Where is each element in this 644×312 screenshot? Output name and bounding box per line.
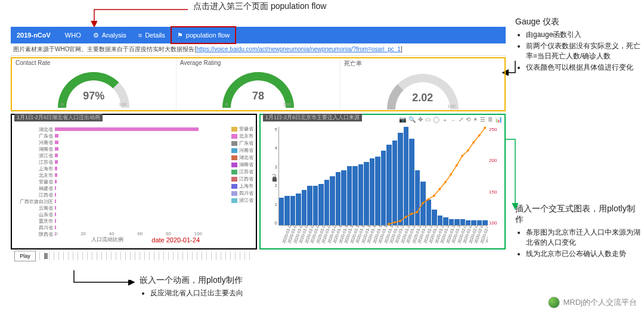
barh-row: 上海市 bbox=[18, 166, 202, 171]
right-interactive-chart: 1月1日-2月6日北京市主要迁入人口来源 📷🔍✥▭◯＋－⤢⟲✶☰≣📊 北京市迁入… bbox=[259, 114, 506, 249]
barh-row: 重庆市 bbox=[18, 218, 202, 224]
gauge: 78 0100 bbox=[213, 67, 303, 106]
zoom-in-icon[interactable]: ＋ bbox=[442, 116, 448, 124]
nav-icon: ⚙ bbox=[93, 32, 99, 39]
pan-icon[interactable]: ✥ bbox=[418, 116, 423, 124]
confirmed-line bbox=[389, 128, 485, 224]
barh-row: 广西壮族自治区 bbox=[18, 198, 202, 204]
svg-point-1 bbox=[393, 221, 395, 223]
box-select-icon[interactable]: ▭ bbox=[425, 116, 431, 124]
svg-point-13 bbox=[461, 155, 463, 157]
animation-slider[interactable] bbox=[39, 252, 251, 260]
app-window: 2019-nCoV WHO⚙Analysis≡Details⚑populatio… bbox=[11, 27, 506, 249]
compare-icon[interactable]: ≣ bbox=[488, 116, 493, 124]
source-subheader: 图片素材来源于WHO官网。主要数据来自于百度疫情实时大数据报告[https://… bbox=[11, 43, 506, 56]
svg-point-12 bbox=[456, 164, 458, 167]
camera-icon[interactable]: 📷 bbox=[399, 116, 406, 124]
nav-tab-who[interactable]: WHO bbox=[59, 27, 87, 43]
barh-row: 山东省 bbox=[18, 211, 202, 217]
reset-icon[interactable]: ⟲ bbox=[466, 116, 470, 124]
logo-icon[interactable]: 📊 bbox=[495, 116, 502, 124]
nav-tab-analysis[interactable]: ⚙Analysis bbox=[87, 27, 132, 43]
svg-point-14 bbox=[467, 149, 469, 152]
barh-row: 北京市 bbox=[18, 172, 202, 178]
nav-icon: ⚑ bbox=[177, 32, 183, 39]
barh-row: 湖南省 bbox=[18, 146, 202, 152]
right-y2-axis: 250200150100 bbox=[489, 127, 502, 226]
zoom-icon[interactable]: 🔍 bbox=[408, 116, 416, 124]
barh-row: 江西省 bbox=[18, 192, 202, 198]
gauge: 97% 0100 bbox=[49, 67, 138, 106]
left-chart-title: 1月1日-2月6日湖北省人口迁出动画 bbox=[14, 114, 103, 121]
gauge-card: Average Rating 78 0100 bbox=[177, 58, 341, 110]
right-y1-axis: 543210 bbox=[262, 127, 277, 226]
source-link[interactable]: https://voice.baidu.com/act/newpneumonia… bbox=[196, 46, 401, 52]
gauge-card: Contact Rate 97% 0100 bbox=[12, 58, 177, 110]
barh-row: 安徽省 bbox=[18, 179, 202, 185]
left-legend: 安徽省北京市广东省河南省湖北省湖南省江苏省江西省上海市四川省浙江省 bbox=[231, 126, 253, 204]
watermark-logo-icon bbox=[548, 297, 560, 308]
nav-tab-details[interactable]: ≡Details bbox=[132, 27, 171, 43]
svg-point-6 bbox=[422, 202, 424, 204]
annotation-right-chart: 插入一个交互式图表，用plotly制作 条形图为北京市迁入人口中来源为湖北省的人… bbox=[515, 204, 640, 260]
left-animated-chart: 1月1日-2月6日湖北省人口迁出动画 湖北省广东省河南省湖南省浙江省江苏省上海市… bbox=[11, 114, 257, 249]
barh-row: 广东省 bbox=[18, 133, 202, 139]
gauge-row: Contact Rate 97% 0100 Average Rating 78 … bbox=[11, 57, 506, 111]
gauge: 2.02 0100 bbox=[378, 69, 467, 108]
zoom-out-icon[interactable]: － bbox=[450, 116, 456, 124]
barh-row: 湖北省 bbox=[18, 126, 202, 132]
app-brand: 2019-nCoV bbox=[11, 32, 59, 39]
svg-point-3 bbox=[404, 216, 407, 219]
nav-icon: ≡ bbox=[138, 32, 142, 39]
svg-point-7 bbox=[427, 198, 429, 201]
svg-point-5 bbox=[416, 211, 418, 213]
annotation-gauge: Gauge 仪表 由gauge函数引入前两个仪表数据没有实际意义，死亡率=当日死… bbox=[515, 17, 640, 74]
svg-point-16 bbox=[478, 134, 481, 136]
lasso-icon[interactable]: ◯ bbox=[433, 116, 439, 124]
svg-point-17 bbox=[484, 127, 486, 129]
gauge-card: 死亡率 2.02 0100 bbox=[340, 58, 504, 110]
right-x-axis: 2020-01-012020-01-022020-01-032020-01-04… bbox=[278, 226, 488, 247]
spikes-icon[interactable]: ✶ bbox=[473, 116, 478, 124]
nav-tab-population-flow[interactable]: ⚑population flow bbox=[171, 27, 236, 43]
date-stamp: date 2020-01-24 bbox=[151, 236, 200, 244]
navbar: 2019-nCoV WHO⚙Analysis≡Details⚑populatio… bbox=[11, 27, 506, 43]
watermark: MRDj的个人交流平台 bbox=[548, 297, 637, 308]
barh-row: 云南省 bbox=[18, 205, 202, 211]
barh-row: 河南省 bbox=[18, 139, 202, 145]
svg-point-0 bbox=[388, 223, 390, 225]
hover-icon[interactable]: ☰ bbox=[480, 116, 485, 124]
barh-row: 福建省 bbox=[18, 185, 202, 191]
play-button[interactable]: Play bbox=[14, 251, 36, 261]
annotation-top: 点击进入第三个页面 population flow bbox=[193, 1, 326, 12]
barh-row: 江苏省 bbox=[18, 159, 202, 165]
right-chart-title: 1月1日-2月6日北京市主要迁入人口来源 bbox=[263, 114, 362, 121]
plotly-toolbar: 📷🔍✥▭◯＋－⤢⟲✶☰≣📊 bbox=[399, 116, 502, 124]
autoscale-icon[interactable]: ⤢ bbox=[459, 116, 463, 124]
svg-point-4 bbox=[410, 213, 413, 215]
svg-point-9 bbox=[438, 188, 441, 191]
svg-point-15 bbox=[472, 141, 475, 143]
svg-point-2 bbox=[399, 220, 401, 222]
svg-point-8 bbox=[433, 195, 435, 197]
svg-point-10 bbox=[444, 181, 447, 183]
annotation-bottom: 嵌入一个动画，用plotly制作 反应湖北省人口迁出主要去向 bbox=[140, 275, 295, 299]
svg-point-11 bbox=[450, 173, 452, 176]
barh-row: 浙江省 bbox=[18, 152, 202, 158]
barh-row: 四川省 bbox=[18, 224, 202, 230]
